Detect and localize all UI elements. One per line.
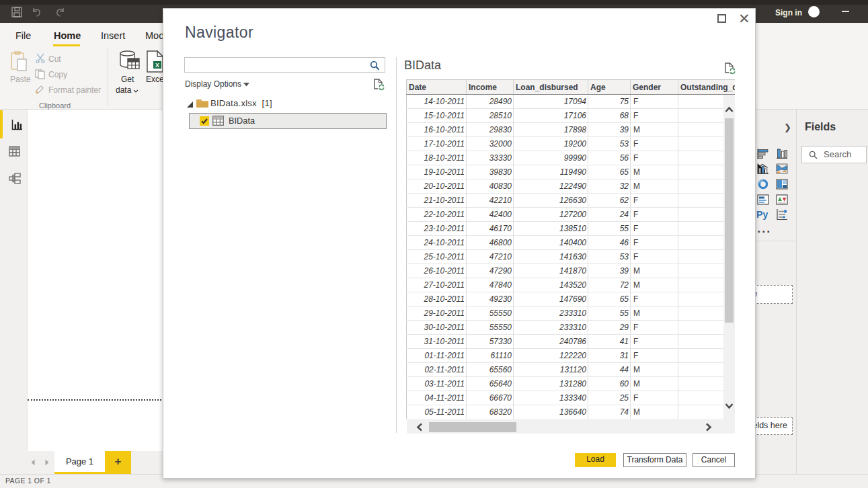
svg-text:X: X	[155, 62, 159, 69]
svg-text:Py: Py	[756, 209, 768, 220]
